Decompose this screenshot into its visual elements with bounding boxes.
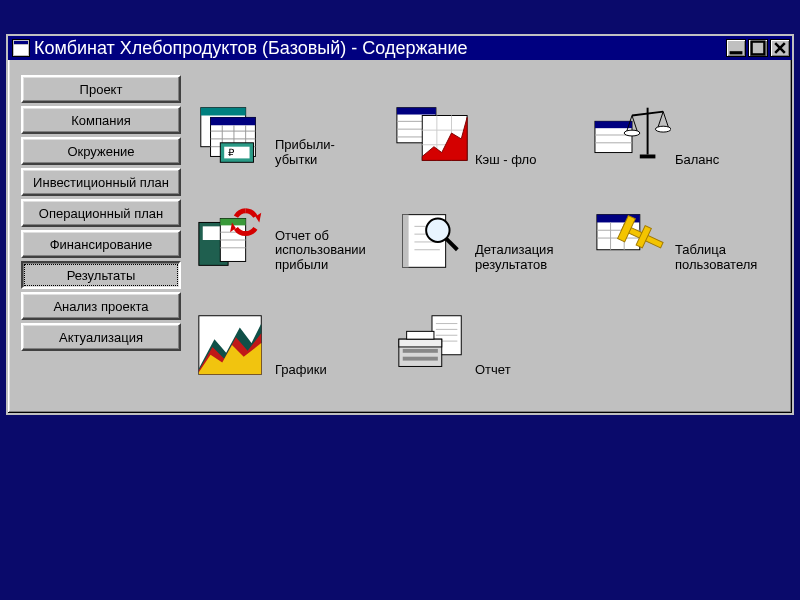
area-chart-icon: [193, 309, 271, 381]
sidebar-item-project-analysis[interactable]: Анализ проекта: [21, 292, 181, 320]
sidebar-item-results[interactable]: Результаты: [21, 261, 181, 289]
tile-label: Баланс: [675, 153, 719, 171]
recycle-report-icon: [193, 204, 271, 276]
sidebar-item-label: Операционный план: [39, 206, 163, 221]
maximize-button[interactable]: [748, 39, 768, 57]
sidebar-item-label: Компания: [71, 113, 131, 128]
tile-user-table[interactable]: Таблица пользователя: [591, 177, 779, 282]
sidebar: Проект Компания Окружение Инвестиционный…: [21, 72, 181, 400]
sidebar-item-label: Актуализация: [59, 330, 143, 345]
tile-report[interactable]: Отчет: [391, 282, 579, 387]
sidebar-item-investment-plan[interactable]: Инвестиционный план: [21, 168, 181, 196]
spreadsheets-icon: ₽: [193, 99, 271, 171]
sidebar-item-company[interactable]: Компания: [21, 106, 181, 134]
svg-point-32: [655, 126, 671, 132]
svg-rect-44: [403, 215, 409, 268]
svg-rect-68: [403, 349, 438, 353]
tile-label: Кэш - фло: [475, 153, 537, 171]
tile-profit-usage-report[interactable]: Отчет об использовании прибыли: [191, 177, 379, 282]
sidebar-item-label: Окружение: [67, 144, 134, 159]
tile-label: Отчет: [475, 363, 511, 381]
sidebar-item-label: Результаты: [67, 268, 135, 283]
sidebar-item-actualization[interactable]: Актуализация: [21, 323, 181, 351]
magnifier-document-icon: [393, 204, 471, 276]
svg-rect-16: [397, 108, 436, 115]
svg-rect-69: [403, 357, 438, 361]
tile-label: Детализация результатов: [475, 243, 553, 276]
minimize-button[interactable]: [726, 39, 746, 57]
system-menu-icon[interactable]: [12, 39, 30, 57]
tile-grid: ₽ Прибыли- убытки: [191, 72, 779, 387]
svg-rect-1: [752, 42, 765, 55]
svg-point-31: [624, 130, 640, 136]
tile-cash-flow[interactable]: Кэш - фло: [391, 72, 579, 177]
caliper-table-icon: [593, 204, 671, 276]
tile-label: Таблица пользователя: [675, 243, 757, 276]
svg-rect-0: [730, 51, 743, 54]
sidebar-item-environment[interactable]: Окружение: [21, 137, 181, 165]
svg-rect-3: [201, 108, 246, 116]
content-area: ₽ Прибыли- убытки: [191, 72, 779, 400]
window-title: Комбинат Хлебопродуктов (Базовый) - Соде…: [34, 38, 726, 59]
svg-rect-26: [595, 121, 632, 128]
svg-line-50: [446, 238, 458, 250]
tile-result-details[interactable]: Детализация результатов: [391, 177, 579, 282]
close-button[interactable]: [770, 39, 790, 57]
svg-rect-33: [640, 155, 656, 159]
window-controls: [726, 39, 790, 57]
sidebar-item-project[interactable]: Проект: [21, 75, 181, 103]
app-window: Комбинат Хлебопродуктов (Базовый) - Соде…: [6, 34, 794, 415]
tile-label: Прибыли- убытки: [275, 138, 335, 171]
balance-scale-icon: [593, 99, 671, 171]
svg-rect-70: [407, 331, 434, 339]
sidebar-item-financing[interactable]: Финансирование: [21, 230, 181, 258]
svg-rect-67: [399, 339, 442, 347]
svg-rect-5: [211, 117, 256, 125]
printer-report-icon: [393, 309, 471, 381]
sidebar-item-label: Проект: [80, 82, 123, 97]
sidebar-item-label: Финансирование: [50, 237, 153, 252]
tile-balance[interactable]: Баланс: [591, 72, 779, 177]
svg-text:₽: ₽: [228, 147, 235, 158]
titlebar: Комбинат Хлебопродуктов (Базовый) - Соде…: [8, 36, 792, 60]
sidebar-item-label: Анализ проекта: [53, 299, 148, 314]
cashflow-chart-icon: [393, 99, 471, 171]
sidebar-item-label: Инвестиционный план: [33, 175, 169, 190]
tile-label: Отчет об использовании прибыли: [275, 229, 366, 276]
client-area: Проект Компания Окружение Инвестиционный…: [13, 64, 787, 408]
tile-label: Графики: [275, 363, 327, 381]
tile-charts[interactable]: Графики: [191, 282, 379, 387]
sidebar-item-operational-plan[interactable]: Операционный план: [21, 199, 181, 227]
tile-profit-loss[interactable]: ₽ Прибыли- убытки: [191, 72, 379, 177]
